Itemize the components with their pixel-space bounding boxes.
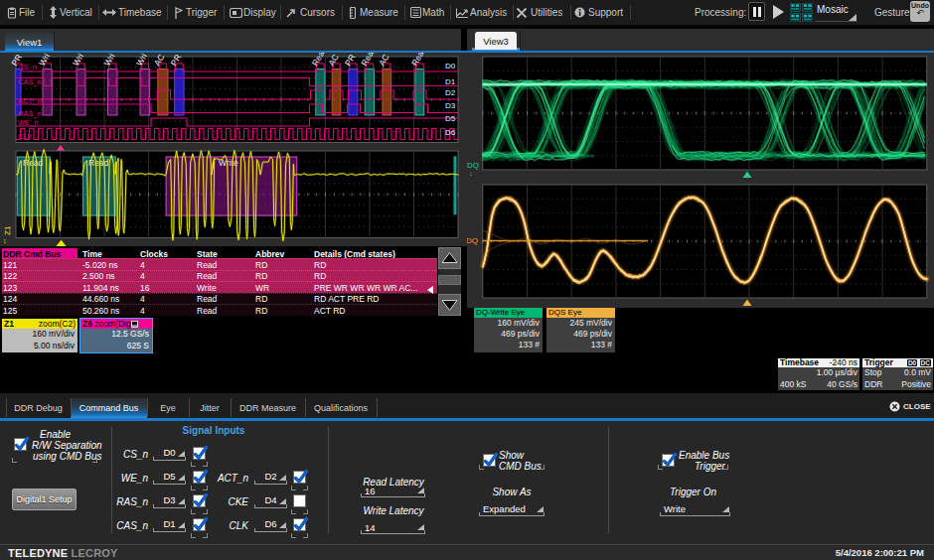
svg-text:CS_n: CS_n [18, 63, 37, 71]
svg-text:D1: D1 [445, 77, 456, 86]
svg-text:↓: ↓ [469, 170, 473, 177]
svg-text:WE_n: WE_n [18, 118, 38, 127]
svg-text:CLK: CLK [18, 132, 33, 141]
svg-text:D5: D5 [445, 114, 456, 123]
svg-text:DQ: DQ [467, 236, 478, 245]
svg-text:DQ: DQ [467, 161, 479, 170]
svg-text:D0: D0 [445, 62, 456, 70]
svg-text:ACT_n: ACT_n [18, 96, 41, 105]
svg-text:Z1: Z1 [3, 225, 12, 235]
svg-text:↕: ↕ [3, 237, 7, 244]
svg-text:D6: D6 [445, 128, 456, 137]
svg-text:D3: D3 [445, 101, 456, 110]
svg-text:D2: D2 [445, 88, 456, 97]
svg-text:CAS_n: CAS_n [18, 77, 42, 86]
